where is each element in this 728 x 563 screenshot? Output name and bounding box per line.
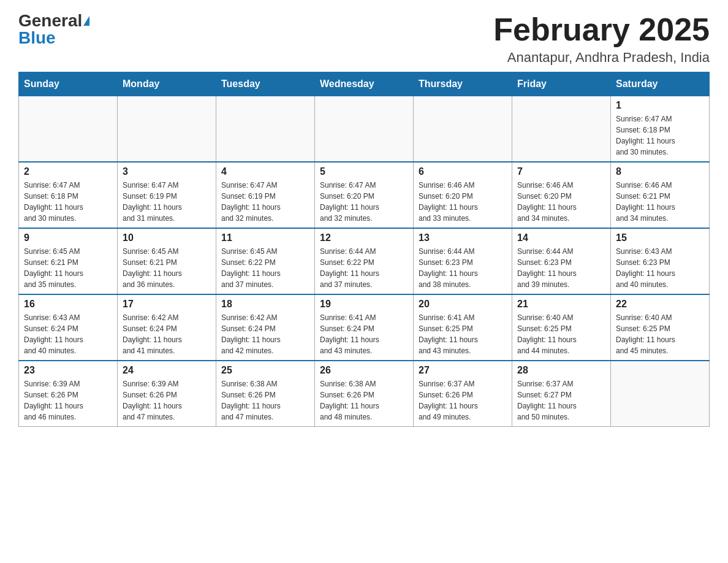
day-number: 25 bbox=[221, 365, 309, 376]
calendar-body: 1Sunrise: 6:47 AM Sunset: 6:18 PM Daylig… bbox=[19, 96, 710, 427]
day-info: Sunrise: 6:41 AM Sunset: 6:24 PM Dayligh… bbox=[320, 312, 408, 356]
day-number: 11 bbox=[221, 232, 309, 243]
calendar-cell bbox=[512, 96, 611, 163]
calendar-table: SundayMondayTuesdayWednesdayThursdayFrid… bbox=[18, 72, 710, 427]
calendar-cell: 4Sunrise: 6:47 AM Sunset: 6:19 PM Daylig… bbox=[216, 162, 315, 228]
calendar-cell bbox=[315, 96, 414, 163]
calendar-cell: 5Sunrise: 6:47 AM Sunset: 6:20 PM Daylig… bbox=[315, 162, 414, 228]
day-info: Sunrise: 6:47 AM Sunset: 6:20 PM Dayligh… bbox=[320, 180, 408, 224]
day-number: 19 bbox=[320, 299, 408, 310]
day-number: 17 bbox=[123, 299, 211, 310]
calendar-cell: 9Sunrise: 6:45 AM Sunset: 6:21 PM Daylig… bbox=[19, 228, 118, 294]
day-info: Sunrise: 6:45 AM Sunset: 6:21 PM Dayligh… bbox=[123, 246, 211, 290]
day-number: 1 bbox=[616, 100, 704, 111]
day-number: 10 bbox=[123, 232, 211, 243]
day-number: 15 bbox=[616, 232, 704, 243]
calendar-cell: 27Sunrise: 6:37 AM Sunset: 6:26 PM Dayli… bbox=[414, 361, 512, 427]
day-number: 8 bbox=[616, 166, 704, 177]
calendar-cell: 28Sunrise: 6:37 AM Sunset: 6:27 PM Dayli… bbox=[512, 361, 611, 427]
header-cell-tuesday: Tuesday bbox=[216, 72, 315, 96]
calendar-cell: 24Sunrise: 6:39 AM Sunset: 6:26 PM Dayli… bbox=[118, 361, 216, 427]
day-number: 18 bbox=[221, 299, 309, 310]
day-number: 16 bbox=[24, 299, 112, 310]
day-info: Sunrise: 6:43 AM Sunset: 6:24 PM Dayligh… bbox=[24, 312, 112, 356]
title-section: February 2025 Anantapur, Andhra Pradesh,… bbox=[493, 12, 710, 66]
logo: General Blue bbox=[18, 12, 89, 47]
header-cell-wednesday: Wednesday bbox=[315, 72, 414, 96]
calendar-cell: 25Sunrise: 6:38 AM Sunset: 6:26 PM Dayli… bbox=[216, 361, 315, 427]
day-info: Sunrise: 6:47 AM Sunset: 6:18 PM Dayligh… bbox=[616, 113, 704, 158]
day-info: Sunrise: 6:45 AM Sunset: 6:21 PM Dayligh… bbox=[24, 246, 112, 290]
calendar-cell: 10Sunrise: 6:45 AM Sunset: 6:21 PM Dayli… bbox=[118, 228, 216, 294]
day-number: 9 bbox=[24, 232, 112, 243]
day-info: Sunrise: 6:47 AM Sunset: 6:19 PM Dayligh… bbox=[221, 180, 309, 224]
day-info: Sunrise: 6:40 AM Sunset: 6:25 PM Dayligh… bbox=[517, 312, 605, 356]
day-info: Sunrise: 6:42 AM Sunset: 6:24 PM Dayligh… bbox=[221, 312, 309, 356]
calendar-cell: 15Sunrise: 6:43 AM Sunset: 6:23 PM Dayli… bbox=[611, 228, 710, 294]
day-number: 4 bbox=[221, 166, 309, 177]
calendar-cell: 23Sunrise: 6:39 AM Sunset: 6:26 PM Dayli… bbox=[19, 361, 118, 427]
calendar-cell: 12Sunrise: 6:44 AM Sunset: 6:22 PM Dayli… bbox=[315, 228, 414, 294]
calendar-cell: 22Sunrise: 6:40 AM Sunset: 6:25 PM Dayli… bbox=[611, 294, 710, 361]
day-info: Sunrise: 6:42 AM Sunset: 6:24 PM Dayligh… bbox=[123, 312, 211, 356]
calendar-cell: 18Sunrise: 6:42 AM Sunset: 6:24 PM Dayli… bbox=[216, 294, 315, 361]
day-number: 23 bbox=[24, 365, 112, 376]
calendar-cell: 8Sunrise: 6:46 AM Sunset: 6:21 PM Daylig… bbox=[611, 162, 710, 228]
day-info: Sunrise: 6:44 AM Sunset: 6:23 PM Dayligh… bbox=[517, 246, 605, 290]
calendar-cell bbox=[611, 361, 710, 427]
calendar-cell: 6Sunrise: 6:46 AM Sunset: 6:20 PM Daylig… bbox=[414, 162, 512, 228]
day-number: 28 bbox=[517, 365, 605, 376]
day-info: Sunrise: 6:38 AM Sunset: 6:26 PM Dayligh… bbox=[320, 378, 408, 423]
day-info: Sunrise: 6:46 AM Sunset: 6:20 PM Dayligh… bbox=[517, 180, 605, 224]
day-info: Sunrise: 6:46 AM Sunset: 6:20 PM Dayligh… bbox=[419, 180, 507, 224]
day-number: 13 bbox=[419, 232, 507, 243]
week-row-3: 9Sunrise: 6:45 AM Sunset: 6:21 PM Daylig… bbox=[19, 228, 710, 294]
day-number: 5 bbox=[320, 166, 408, 177]
calendar-cell bbox=[216, 96, 315, 163]
calendar-cell: 17Sunrise: 6:42 AM Sunset: 6:24 PM Dayli… bbox=[118, 294, 216, 361]
day-number: 26 bbox=[320, 365, 408, 376]
day-number: 27 bbox=[419, 365, 507, 376]
day-number: 3 bbox=[123, 166, 211, 177]
day-number: 6 bbox=[419, 166, 507, 177]
day-info: Sunrise: 6:45 AM Sunset: 6:22 PM Dayligh… bbox=[221, 246, 309, 290]
week-row-4: 16Sunrise: 6:43 AM Sunset: 6:24 PM Dayli… bbox=[19, 294, 710, 361]
header-cell-thursday: Thursday bbox=[414, 72, 512, 96]
calendar-cell: 20Sunrise: 6:41 AM Sunset: 6:25 PM Dayli… bbox=[414, 294, 512, 361]
day-number: 21 bbox=[517, 299, 605, 310]
logo-general-text: General bbox=[18, 12, 82, 29]
day-number: 24 bbox=[123, 365, 211, 376]
day-info: Sunrise: 6:43 AM Sunset: 6:23 PM Dayligh… bbox=[616, 246, 704, 290]
calendar-header: SundayMondayTuesdayWednesdayThursdayFrid… bbox=[19, 72, 710, 96]
calendar-cell: 13Sunrise: 6:44 AM Sunset: 6:23 PM Dayli… bbox=[414, 228, 512, 294]
day-info: Sunrise: 6:39 AM Sunset: 6:26 PM Dayligh… bbox=[123, 378, 211, 423]
calendar-cell bbox=[19, 96, 118, 163]
day-number: 12 bbox=[320, 232, 408, 243]
day-info: Sunrise: 6:37 AM Sunset: 6:26 PM Dayligh… bbox=[419, 378, 507, 423]
day-info: Sunrise: 6:41 AM Sunset: 6:25 PM Dayligh… bbox=[419, 312, 507, 356]
calendar-cell bbox=[118, 96, 216, 163]
calendar-cell: 3Sunrise: 6:47 AM Sunset: 6:19 PM Daylig… bbox=[118, 162, 216, 228]
week-row-5: 23Sunrise: 6:39 AM Sunset: 6:26 PM Dayli… bbox=[19, 361, 710, 427]
day-number: 20 bbox=[419, 299, 507, 310]
calendar-cell: 14Sunrise: 6:44 AM Sunset: 6:23 PM Dayli… bbox=[512, 228, 611, 294]
day-number: 14 bbox=[517, 232, 605, 243]
logo-blue-text: Blue bbox=[18, 29, 56, 47]
header-cell-friday: Friday bbox=[512, 72, 611, 96]
day-info: Sunrise: 6:44 AM Sunset: 6:23 PM Dayligh… bbox=[419, 246, 507, 290]
day-number: 22 bbox=[616, 299, 704, 310]
calendar-cell: 26Sunrise: 6:38 AM Sunset: 6:26 PM Dayli… bbox=[315, 361, 414, 427]
day-info: Sunrise: 6:39 AM Sunset: 6:26 PM Dayligh… bbox=[24, 378, 112, 423]
calendar-cell: 16Sunrise: 6:43 AM Sunset: 6:24 PM Dayli… bbox=[19, 294, 118, 361]
calendar-cell: 11Sunrise: 6:45 AM Sunset: 6:22 PM Dayli… bbox=[216, 228, 315, 294]
calendar-cell bbox=[414, 96, 512, 163]
page-header: General Blue February 2025 Anantapur, An… bbox=[18, 12, 710, 66]
day-info: Sunrise: 6:37 AM Sunset: 6:27 PM Dayligh… bbox=[517, 378, 605, 423]
calendar-cell: 1Sunrise: 6:47 AM Sunset: 6:18 PM Daylig… bbox=[611, 96, 710, 163]
month-year-title: February 2025 bbox=[493, 12, 710, 47]
header-row: SundayMondayTuesdayWednesdayThursdayFrid… bbox=[19, 72, 710, 96]
calendar-cell: 2Sunrise: 6:47 AM Sunset: 6:18 PM Daylig… bbox=[19, 162, 118, 228]
week-row-1: 1Sunrise: 6:47 AM Sunset: 6:18 PM Daylig… bbox=[19, 96, 710, 163]
day-number: 2 bbox=[24, 166, 112, 177]
calendar-cell: 19Sunrise: 6:41 AM Sunset: 6:24 PM Dayli… bbox=[315, 294, 414, 361]
